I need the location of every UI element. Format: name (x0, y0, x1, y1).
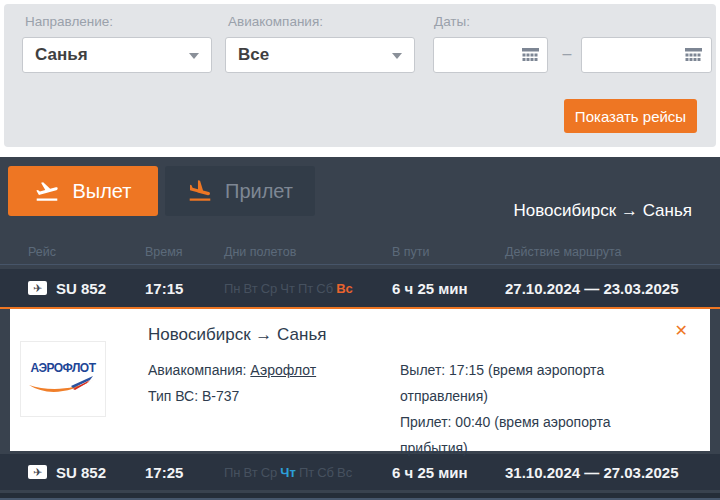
airline-plane-icon: ✈ (28, 281, 47, 295)
flight-days: ПнВтСрЧтПтСбВс (224, 465, 392, 480)
direction-label: Направление: (25, 14, 113, 29)
airline-select-value: Все (238, 45, 269, 65)
flight-day: Ср (261, 281, 278, 296)
flight-day: Пн (224, 465, 241, 480)
detail-aircraft-type: Тип ВС: B-737 (148, 383, 316, 409)
flight-days: ПнВтСрЧтПтСбВс (224, 281, 392, 296)
airline-link[interactable]: Аэрофлот (250, 362, 316, 378)
chevron-down-icon (189, 53, 199, 59)
flight-validity: 27.10.2024 — 23.03.2025 (505, 280, 720, 297)
table-header: Рейс Время Дни полетов В пути Действие м… (0, 240, 720, 265)
flight-row[interactable]: ✈ SU 852 17:15 ПнВтСрЧтПтСбВс 6 ч 25 мин… (0, 269, 720, 309)
calendar-icon[interactable] (685, 48, 702, 62)
detail-departure-info: Вылет: 17:15 (время аэропорта отправлени… (400, 357, 682, 409)
flight-time: 17:25 (145, 464, 224, 481)
schedule-board: Вылет Прилет Новосибирск → Санья Рейс Вр… (0, 157, 720, 500)
flight-day: Чт (280, 281, 295, 296)
col-header-validity: Действие маршрута (505, 245, 720, 259)
col-header-duration: В пути (392, 245, 505, 259)
airline-plane-icon: ✈ (28, 465, 47, 479)
next-row-edge (0, 493, 720, 500)
dates-label: Даты: (434, 14, 470, 29)
col-header-time: Время (145, 245, 224, 259)
airline-label: Авиакомпания: (228, 14, 323, 29)
aeroflot-logo-text: АЭРОФЛОТ (31, 361, 96, 375)
flight-cell: ✈ SU 852 (28, 280, 145, 297)
flight-time: 17:15 (145, 280, 224, 297)
flight-number: SU 852 (56, 280, 106, 297)
direction-select[interactable]: Санья (22, 37, 212, 73)
flight-day: Вс (337, 465, 352, 480)
flight-day: Сб (316, 281, 333, 296)
flight-day: Сб (317, 465, 334, 480)
tab-arrival-label: Прилет (225, 180, 293, 203)
flight-day: Вс (336, 281, 353, 296)
filter-panel: Направление: Санья Авиакомпания: Все Дат… (4, 4, 716, 147)
calendar-icon[interactable] (522, 48, 539, 62)
chevron-down-icon (392, 53, 402, 59)
tab-departure[interactable]: Вылет (8, 166, 158, 216)
flight-number: SU 852 (56, 464, 106, 481)
flight-duration: 6 ч 25 мин (392, 464, 505, 481)
flight-day: Ср (261, 465, 278, 480)
flight-day: Вт (244, 465, 258, 480)
detail-arrival-info: Прилет: 00:40 (время аэропорта прибытия) (400, 409, 682, 461)
airline-logo: АЭРОФЛОТ (20, 341, 106, 417)
detail-airline-label: Авиакомпания: (148, 362, 250, 378)
aeroflot-swoosh-icon (27, 375, 99, 397)
flight-day: Пт (299, 465, 314, 480)
airline-select[interactable]: Все (225, 37, 415, 73)
flight-cell: ✈ SU 852 (28, 464, 145, 481)
flight-day: Пн (224, 281, 241, 296)
flight-day: Вт (244, 281, 258, 296)
col-header-days: Дни полетов (224, 245, 392, 259)
show-flights-button[interactable]: Показать рейсы (564, 99, 697, 133)
flight-validity: 31.10.2024 — 27.03.2025 (505, 464, 720, 481)
dates-separator: – (555, 45, 579, 63)
direction-select-value: Санья (35, 45, 88, 65)
detail-route-title: Новосибирск → Санья (148, 325, 326, 345)
row-slot: ✈ SU 852 17:15 ПнВтСрЧтПтСбВс 6 ч 25 мин… (0, 269, 720, 309)
plane-landing-icon (187, 178, 213, 204)
flight-duration: 6 ч 25 мин (392, 280, 505, 297)
detail-times-info: Вылет: 17:15 (время аэропорта отправлени… (400, 357, 682, 461)
tab-arrival[interactable]: Прилет (165, 166, 315, 216)
col-header-flight: Рейс (28, 245, 145, 259)
close-icon[interactable]: ✕ (675, 321, 688, 340)
route-title: Новосибирск → Санья (514, 201, 692, 221)
plane-takeoff-icon (34, 178, 60, 204)
tab-departure-label: Вылет (72, 180, 131, 203)
flight-day: Пт (298, 281, 313, 296)
detail-airline-info: Авиакомпания: Аэрофлот Тип ВС: B-737 (148, 357, 316, 409)
flight-detail-card: АЭРОФЛОТ Новосибирск → Санья Авиакомпани… (10, 309, 710, 451)
flight-day: Чт (280, 465, 296, 480)
